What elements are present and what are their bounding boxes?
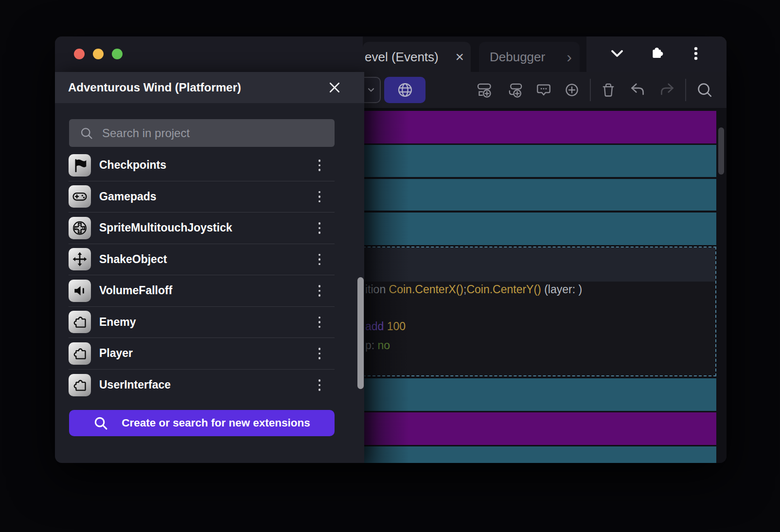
- event-row[interactable]: [363, 145, 716, 177]
- item-menu-kebab-icon[interactable]: [313, 249, 326, 269]
- dialog-header: Adventurous Wind (Platformer): [55, 72, 364, 103]
- list-item-label: Checkpoints: [99, 159, 313, 172]
- toolbar-divider: [685, 79, 686, 101]
- list-item-volume-falloff[interactable]: VolumeFalloff: [69, 275, 335, 307]
- list-item-label: Gamepads: [99, 190, 313, 203]
- event-row[interactable]: [363, 378, 716, 411]
- add-comment-button[interactable]: [535, 82, 552, 98]
- delete-button[interactable]: [600, 82, 617, 98]
- event-row[interactable]: [363, 213, 716, 245]
- event-row-selected[interactable]: ition Coin.CenterX();Coin.CenterY() (lay…: [363, 247, 716, 376]
- list-item-player[interactable]: Player: [69, 338, 335, 370]
- list-item-checkpoints[interactable]: Checkpoints: [69, 150, 335, 181]
- add-event-button[interactable]: [477, 82, 493, 98]
- event-action-text: ition Coin.CenterX();Coin.CenterY() (lay…: [365, 283, 582, 296]
- list-item-shake-object[interactable]: ShakeObject: [69, 244, 335, 276]
- item-menu-kebab-icon[interactable]: [313, 187, 326, 206]
- event-conditions-area: [364, 248, 715, 282]
- add-circle-button[interactable]: [564, 82, 580, 98]
- puzzle-icon: [69, 311, 91, 333]
- event-action-text: p: no: [365, 339, 390, 352]
- list-item-label: ShakeObject: [99, 253, 313, 266]
- tab-level-events-label: evel (Events): [365, 50, 439, 65]
- puzzle-icon: [69, 374, 91, 396]
- undo-button[interactable]: [629, 81, 646, 99]
- minimize-window-button[interactable]: [93, 49, 104, 59]
- extensions-puzzle-icon[interactable]: [648, 45, 665, 64]
- window-titlebar: evel (Events) × Debugger ›: [55, 36, 727, 72]
- project-manager-dialog: Adventurous Wind (Platformer) Checkpoint…: [55, 72, 364, 463]
- search-input[interactable]: [101, 126, 307, 141]
- tab-debugger-label: Debugger: [490, 50, 545, 65]
- speaker-icon: [69, 280, 91, 302]
- move-arrows-icon: [69, 248, 91, 270]
- close-x-icon: [327, 80, 342, 95]
- list-item-gamepads[interactable]: Gamepads: [69, 181, 335, 213]
- item-menu-kebab-icon[interactable]: [313, 344, 326, 363]
- zoom-window-button[interactable]: [112, 49, 123, 59]
- close-tab-icon[interactable]: ×: [455, 50, 464, 64]
- gamepad-icon: [69, 185, 91, 208]
- tab-level-events[interactable]: evel (Events) ×: [363, 42, 471, 72]
- chevron-down-icon: [366, 85, 376, 95]
- joystick-icon: [69, 217, 91, 239]
- events-scrollbar[interactable]: [718, 127, 724, 175]
- list-item-sprite-multitouch-joystick[interactable]: SpriteMultitouchJoystick: [69, 213, 335, 244]
- list-item-label: UserInterface: [99, 378, 313, 391]
- project-search[interactable]: [69, 119, 335, 147]
- list-item-label: Player: [99, 347, 313, 360]
- add-subevent-button[interactable]: [507, 82, 524, 98]
- app-window: evel (Events) × Debugger ›: [55, 36, 727, 463]
- close-dialog-button[interactable]: [327, 80, 342, 95]
- search-icon: [93, 416, 108, 430]
- dialog-scrollbar[interactable]: [357, 277, 364, 389]
- item-menu-kebab-icon[interactable]: [313, 312, 326, 332]
- event-action-text: add 100: [365, 320, 406, 333]
- list-item-user-interface[interactable]: UserInterface: [69, 370, 335, 401]
- project-title: Adventurous Wind (Platformer): [68, 81, 241, 94]
- event-row[interactable]: [363, 412, 716, 445]
- titlebar-actions: [586, 36, 727, 72]
- globe-icon: [396, 81, 414, 99]
- item-menu-kebab-icon[interactable]: [313, 375, 326, 395]
- extensions-list: Checkpoints Gamepads: [69, 150, 335, 401]
- desktop-background: evel (Events) × Debugger ›: [0, 0, 780, 532]
- redo-button[interactable]: [658, 81, 676, 99]
- kebab-menu-icon[interactable]: [688, 45, 704, 64]
- close-window-button[interactable]: [74, 49, 85, 59]
- tab-debugger[interactable]: Debugger ›: [479, 42, 580, 72]
- event-row[interactable]: [363, 446, 716, 463]
- list-item-label: Enemy: [99, 316, 313, 329]
- search-icon: [80, 126, 93, 140]
- search-events-button[interactable]: [696, 81, 713, 99]
- globe-network-button[interactable]: [384, 77, 425, 103]
- toolbar-divider: [590, 79, 591, 101]
- flag-icon: [69, 154, 91, 177]
- list-item-label: SpriteMultitouchJoystick: [99, 221, 313, 234]
- create-extension-label: Create or search for new extensions: [122, 417, 310, 429]
- item-menu-kebab-icon[interactable]: [313, 281, 326, 301]
- event-row[interactable]: [363, 179, 716, 211]
- chevron-down-icon[interactable]: [609, 45, 625, 64]
- list-item-label: VolumeFalloff: [99, 284, 313, 297]
- create-extension-button[interactable]: Create or search for new extensions: [69, 410, 335, 436]
- item-menu-kebab-icon[interactable]: [313, 156, 326, 175]
- chevron-right-icon: ›: [567, 49, 572, 65]
- event-row[interactable]: [363, 111, 716, 143]
- list-item-enemy[interactable]: Enemy: [69, 307, 335, 338]
- item-menu-kebab-icon[interactable]: [313, 218, 326, 238]
- puzzle-icon: [69, 342, 91, 365]
